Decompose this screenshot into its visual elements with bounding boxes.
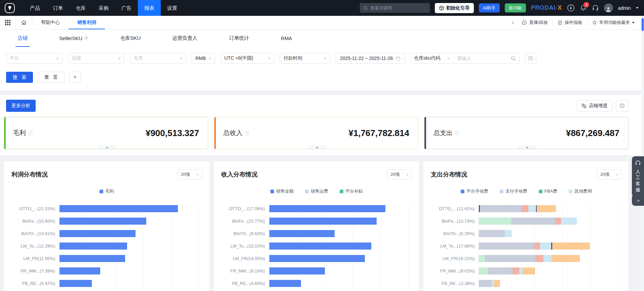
card-collapse-toggle[interactable] bbox=[308, 146, 327, 149]
bar[interactable] bbox=[60, 267, 100, 274]
card-collapse-toggle[interactable] bbox=[518, 146, 537, 149]
bar[interactable] bbox=[269, 280, 301, 287]
chart-limit-select[interactable]: 20项∨ bbox=[178, 169, 202, 180]
stat-card-label: 总支出 bbox=[433, 129, 460, 137]
reset-button[interactable]: 重 置 bbox=[38, 72, 65, 83]
legend-item-毛利[interactable]: 毛利 bbox=[100, 188, 114, 194]
bar[interactable] bbox=[479, 218, 576, 225]
support-button[interactable] bbox=[592, 4, 599, 11]
chart-limit-select[interactable]: 20项∨ bbox=[387, 169, 412, 180]
username-label[interactable]: admin bbox=[618, 5, 631, 11]
bar[interactable] bbox=[60, 280, 92, 287]
bar-segment-lightblue bbox=[561, 218, 576, 225]
tabs-dropdown-chevron-icon[interactable]: ∨ bbox=[509, 20, 517, 25]
stat-card-value: ¥1,767,782.814 bbox=[348, 128, 409, 138]
bar[interactable] bbox=[479, 255, 579, 262]
bar[interactable] bbox=[60, 218, 146, 225]
legend-item-销售运费[interactable]: 销售运费 bbox=[305, 188, 328, 194]
legend-item-销售金额[interactable]: 销售金额 bbox=[270, 188, 294, 194]
bar[interactable] bbox=[479, 205, 556, 212]
card-collapse-toggle[interactable] bbox=[98, 146, 116, 149]
bar[interactable] bbox=[60, 230, 136, 237]
currency-select[interactable]: RMB∨ bbox=[192, 53, 215, 64]
bar[interactable] bbox=[269, 243, 372, 250]
report-tab-仓库SKU[interactable]: 仓库SKU bbox=[118, 30, 143, 47]
global-search-input[interactable] bbox=[370, 5, 424, 10]
bar-category-label: LM_To...(17.86%) bbox=[431, 244, 479, 249]
help-circle-icon[interactable] bbox=[244, 131, 250, 136]
add-filter-button[interactable]: + bbox=[69, 72, 81, 83]
report-tab-RMA[interactable]: RMA bbox=[279, 30, 294, 47]
help-circle-icon[interactable] bbox=[455, 131, 460, 136]
legend-item-FBA费[interactable]: FBA费 bbox=[539, 188, 557, 194]
batch-input-button[interactable] bbox=[525, 53, 536, 64]
legend-swatch bbox=[569, 190, 572, 193]
help-circle-icon[interactable] bbox=[28, 131, 33, 136]
more-analysis-button[interactable]: 更多分析 bbox=[6, 100, 36, 112]
init-guide-button[interactable]: 初始化引导 bbox=[435, 3, 474, 13]
date-range-picker[interactable]: 2025-11-22 ~ 2025-11-28 bbox=[336, 53, 405, 64]
report-tab-运营负责人[interactable]: 运营负责人 bbox=[170, 30, 199, 47]
nav-item-设置[interactable]: 设置 bbox=[161, 0, 184, 16]
bar[interactable] bbox=[60, 255, 125, 262]
sku-input[interactable] bbox=[454, 56, 511, 61]
bar[interactable] bbox=[479, 230, 512, 237]
summary-info-button[interactable] bbox=[616, 100, 629, 111]
report-tab-SellerSKU[interactable]: SellerSKU bbox=[57, 30, 90, 47]
sku-search-icon[interactable] bbox=[511, 56, 516, 61]
bar[interactable] bbox=[269, 218, 377, 225]
ai-assistant-button[interactable]: AI助手 bbox=[479, 3, 500, 12]
report-tab-订单统计[interactable]: 订单统计 bbox=[227, 30, 251, 47]
customer-service-widget[interactable]: 人工客服 bbox=[632, 156, 644, 197]
nav-item-产品[interactable]: 产品 bbox=[24, 0, 46, 16]
bar[interactable] bbox=[269, 267, 325, 274]
page-scrollbar[interactable] bbox=[641, 16, 644, 291]
platform-select[interactable]: 平台∨ bbox=[6, 53, 63, 64]
notifications-button[interactable]: 3 bbox=[580, 4, 587, 11]
bar[interactable] bbox=[479, 267, 535, 274]
bar[interactable] bbox=[269, 255, 365, 262]
favorites-menu[interactable]: 常用功能收藏夹 bbox=[587, 20, 639, 26]
legend-item-平台补贴[interactable]: 平台补贴 bbox=[340, 188, 363, 194]
legend-item-平台手续费[interactable]: 平台手续费 bbox=[461, 188, 488, 194]
warehouse-select[interactable]: 仓库∨ bbox=[130, 53, 186, 64]
bar[interactable] bbox=[269, 205, 385, 212]
download-button[interactable] bbox=[567, 4, 575, 12]
bar[interactable] bbox=[60, 243, 127, 250]
home-tab[interactable] bbox=[16, 16, 32, 29]
timezone-select[interactable]: UTC +8(中国)∨ bbox=[221, 53, 274, 64]
nav-item-广告[interactable]: 广告 bbox=[115, 0, 138, 16]
chart-limit-select[interactable]: 20项∨ bbox=[597, 169, 622, 180]
app-logo-icon[interactable] bbox=[5, 3, 15, 13]
tab-sales-profit[interactable]: 销售利润 bbox=[69, 16, 105, 29]
nav-item-订单[interactable]: 订单 bbox=[46, 0, 69, 16]
shop-dimension-button[interactable]: 店铺维度 bbox=[577, 100, 612, 111]
bar[interactable] bbox=[269, 230, 335, 237]
legend-item-其他费用[interactable]: 其他费用 bbox=[569, 188, 592, 194]
bar[interactable] bbox=[60, 205, 178, 212]
user-menu-caret-icon[interactable] bbox=[636, 7, 639, 9]
tab-help-center[interactable]: 帮助中心 bbox=[32, 16, 69, 29]
stat-card-总支出: 总支出¥867,269.487 bbox=[424, 117, 629, 149]
page-scrollbar-thumb[interactable] bbox=[642, 18, 644, 31]
chart-title: 收入分布情况 bbox=[221, 170, 258, 179]
bar[interactable] bbox=[479, 280, 500, 287]
nav-item-仓库[interactable]: 仓库 bbox=[69, 0, 92, 16]
shop-select[interactable]: 店铺∨ bbox=[68, 53, 124, 64]
user-avatar[interactable] bbox=[604, 3, 613, 12]
bar[interactable] bbox=[479, 243, 590, 250]
live-replay-link[interactable]: 直播/回放 bbox=[517, 20, 553, 26]
time-type-select[interactable]: 付款时间∨ bbox=[280, 53, 330, 64]
service-collapse-button[interactable]: » bbox=[632, 194, 644, 206]
search-button[interactable]: 搜 索 bbox=[6, 72, 33, 83]
new-feature-button[interactable]: 新功能 bbox=[505, 3, 526, 12]
bar-track bbox=[269, 227, 412, 240]
sku-type-select[interactable]: 仓库sku代码∨ bbox=[411, 53, 454, 63]
nav-item-报表[interactable]: 报表 bbox=[138, 0, 161, 16]
nav-item-采购[interactable]: 采购 bbox=[92, 0, 115, 16]
legend-item-支付手续费[interactable]: 支付手续费 bbox=[500, 188, 527, 194]
apps-grid-button[interactable] bbox=[0, 16, 16, 29]
report-tab-店铺[interactable]: 店铺 bbox=[15, 30, 30, 47]
global-search[interactable] bbox=[360, 3, 430, 13]
operation-guide-link[interactable]: 操作指南 bbox=[553, 20, 587, 26]
